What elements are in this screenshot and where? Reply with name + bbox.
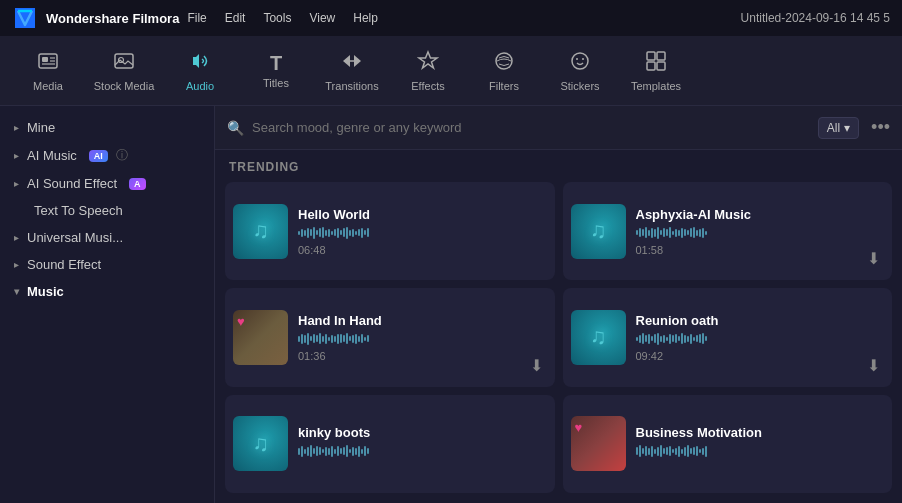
music-card-business-motivation[interactable]: ♥ Business Motivation bbox=[563, 395, 893, 493]
menu-bar: File Edit Tools View Help bbox=[187, 11, 378, 25]
effects-icon bbox=[417, 50, 439, 76]
menu-tools[interactable]: Tools bbox=[263, 11, 291, 25]
toolbar-media[interactable]: Media bbox=[10, 39, 86, 103]
download-icon-reunion-oath[interactable]: ⬇ bbox=[863, 352, 884, 379]
svg-rect-18 bbox=[657, 62, 665, 70]
search-input[interactable] bbox=[252, 120, 810, 135]
card-title-hand-in-hand: Hand In Hand bbox=[298, 313, 547, 328]
toolbar-filters[interactable]: Filters bbox=[466, 39, 542, 103]
chevron-down-icon: ▾ bbox=[844, 121, 850, 135]
transitions-icon bbox=[341, 50, 363, 76]
toolbar-templates[interactable]: Templates bbox=[618, 39, 694, 103]
toolbar-audio[interactable]: Audio bbox=[162, 39, 238, 103]
svg-point-11 bbox=[496, 53, 512, 69]
heart-icon-hand-in-hand: ♥ bbox=[237, 314, 245, 329]
audio-label: Audio bbox=[186, 80, 214, 92]
toolbar-transitions[interactable]: Transitions bbox=[314, 39, 390, 103]
sidebar-item-sound-effect[interactable]: ▸ Sound Effect bbox=[0, 251, 214, 278]
stickers-icon bbox=[569, 50, 591, 76]
more-options-icon[interactable]: ••• bbox=[871, 117, 890, 138]
filters-icon bbox=[493, 50, 515, 76]
sidebar-item-mine[interactable]: ▸ Mine bbox=[0, 114, 214, 141]
svg-point-12 bbox=[572, 53, 588, 69]
mine-arrow-icon: ▸ bbox=[14, 122, 19, 133]
media-icon bbox=[37, 50, 59, 76]
mine-label: Mine bbox=[27, 120, 55, 135]
trending-label: TRENDING bbox=[215, 150, 902, 182]
card-duration-hand-in-hand: 01:36 bbox=[298, 350, 547, 362]
ai-sound-badge: A bbox=[129, 178, 146, 190]
music-card-reunion-oath[interactable]: ♫ Reunion oath 09:42 ⬇ bbox=[563, 288, 893, 386]
menu-edit[interactable]: Edit bbox=[225, 11, 246, 25]
svg-point-13 bbox=[576, 58, 578, 60]
titlebar: Wondershare Filmora File Edit Tools View… bbox=[0, 0, 902, 36]
search-filter-dropdown[interactable]: All ▾ bbox=[818, 117, 859, 139]
download-icon-asphyxia[interactable]: ⬇ bbox=[863, 245, 884, 272]
music-card-hand-in-hand[interactable]: ♥ Hand In Hand 01:36 ⬇ bbox=[225, 288, 555, 386]
heart-icon-biz: ♥ bbox=[575, 420, 583, 435]
templates-label: Templates bbox=[631, 80, 681, 92]
waveform-business-motivation bbox=[636, 444, 885, 458]
search-bar: 🔍 All ▾ ••• bbox=[215, 106, 902, 150]
ai-sound-arrow-icon: ▸ bbox=[14, 178, 19, 189]
music-card-asphyxia[interactable]: ♫ Asphyxia-AI Music 01:58 ⬇ bbox=[563, 182, 893, 280]
main-content: ▸ Mine ▸ AI Music AI ⓘ ▸ AI Sound Effect… bbox=[0, 106, 902, 503]
transitions-label: Transitions bbox=[325, 80, 378, 92]
sidebar-item-music[interactable]: ▾ Music bbox=[0, 278, 214, 305]
ai-music-badge: AI bbox=[89, 150, 108, 162]
card-title-asphyxia: Asphyxia-AI Music bbox=[636, 207, 885, 222]
card-thumb-asphyxia: ♫ bbox=[571, 204, 626, 259]
sidebar-item-text-to-speech[interactable]: Text To Speech bbox=[0, 197, 214, 224]
menu-file[interactable]: File bbox=[187, 11, 206, 25]
svg-rect-16 bbox=[657, 52, 665, 60]
download-icon-hand-in-hand[interactable]: ⬇ bbox=[526, 352, 547, 379]
media-label: Media bbox=[33, 80, 63, 92]
music-label: Music bbox=[27, 284, 64, 299]
search-icon: 🔍 bbox=[227, 120, 244, 136]
toolbar-titles[interactable]: T Titles bbox=[238, 39, 314, 103]
music-card-hello-world[interactable]: ♫ Hello World 06:48 bbox=[225, 182, 555, 280]
sound-effect-label: Sound Effect bbox=[27, 257, 101, 272]
content-area: 🔍 All ▾ ••• TRENDING ♫ Hello World bbox=[215, 106, 902, 503]
sidebar-item-ai-music[interactable]: ▸ AI Music AI ⓘ bbox=[0, 141, 214, 170]
toolbar-stickers[interactable]: Stickers bbox=[542, 39, 618, 103]
svg-marker-10 bbox=[419, 52, 437, 68]
stock-media-label: Stock Media bbox=[94, 80, 155, 92]
app-name: Wondershare Filmora bbox=[46, 11, 179, 26]
music-note-icon-asphyxia: ♫ bbox=[590, 218, 607, 244]
titles-icon: T bbox=[270, 53, 282, 73]
card-duration-reunion-oath: 09:42 bbox=[636, 350, 885, 362]
filters-label: Filters bbox=[489, 80, 519, 92]
menu-help[interactable]: Help bbox=[353, 11, 378, 25]
ai-sound-label: AI Sound Effect bbox=[27, 176, 117, 191]
sidebar-item-universal-music[interactable]: ▸ Universal Musi... bbox=[0, 224, 214, 251]
sidebar-item-ai-sound-effect[interactable]: ▸ AI Sound Effect A bbox=[0, 170, 214, 197]
toolbar: Media Stock Media Audio T Titles Transit… bbox=[0, 36, 902, 106]
music-note-icon-reunion: ♫ bbox=[590, 324, 607, 350]
card-info-business-motivation: Business Motivation bbox=[636, 425, 885, 462]
card-title-business-motivation: Business Motivation bbox=[636, 425, 885, 440]
sidebar: ▸ Mine ▸ AI Music AI ⓘ ▸ AI Sound Effect… bbox=[0, 106, 215, 503]
music-note-icon: ♫ bbox=[252, 218, 269, 244]
music-card-kinky-boots[interactable]: ♫ kinky boots bbox=[225, 395, 555, 493]
menu-view[interactable]: View bbox=[309, 11, 335, 25]
card-thumb-reunion-oath: ♫ bbox=[571, 310, 626, 365]
app-logo-icon bbox=[12, 5, 38, 31]
card-info-hand-in-hand: Hand In Hand 01:36 bbox=[298, 313, 547, 362]
svg-rect-17 bbox=[647, 62, 655, 70]
titles-label: Titles bbox=[263, 77, 289, 89]
card-title-hello-world: Hello World bbox=[298, 207, 547, 222]
titlebar-left: Wondershare Filmora File Edit Tools View… bbox=[12, 5, 378, 31]
waveform-hello-world bbox=[298, 226, 547, 240]
svg-rect-3 bbox=[42, 57, 48, 62]
card-duration-hello-world: 06:48 bbox=[298, 244, 547, 256]
card-duration-asphyxia: 01:58 bbox=[636, 244, 885, 256]
toolbar-effects[interactable]: Effects bbox=[390, 39, 466, 103]
toolbar-stock-media[interactable]: Stock Media bbox=[86, 39, 162, 103]
universal-music-arrow-icon: ▸ bbox=[14, 232, 19, 243]
svg-rect-7 bbox=[115, 54, 133, 68]
card-title-kinky-boots: kinky boots bbox=[298, 425, 547, 440]
stock-media-icon bbox=[113, 50, 135, 76]
templates-icon bbox=[645, 50, 667, 76]
card-info-asphyxia: Asphyxia-AI Music 01:58 bbox=[636, 207, 885, 256]
